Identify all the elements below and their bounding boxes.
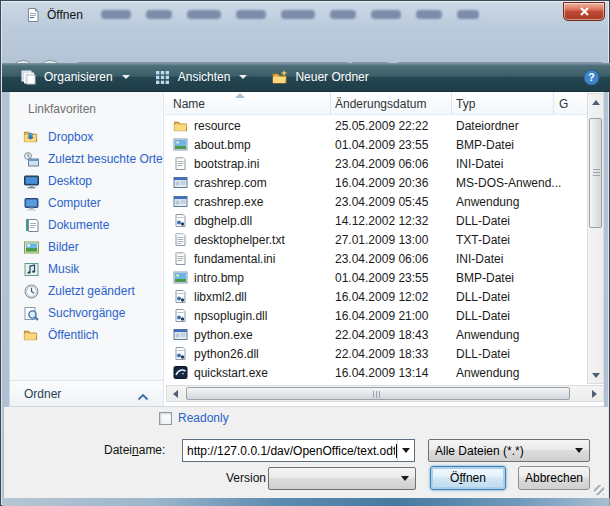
- close-button[interactable]: [563, 2, 605, 21]
- filename-input[interactable]: http://127.0.0.1/dav/OpenOffice/text.odt: [182, 439, 415, 462]
- sidebar-item-icon: [23, 327, 40, 344]
- organize-button[interactable]: Organisieren: [12, 66, 138, 89]
- file-row[interactable]: desktophelper.txt 27.01.2009 13:00 TXT-D…: [165, 230, 586, 249]
- file-type: Anwendung: [456, 195, 519, 209]
- chevron-down-icon: [402, 448, 410, 453]
- sidebar-item[interactable]: Dokumente: [10, 214, 163, 236]
- views-icon: [154, 69, 171, 86]
- help-button[interactable]: ?: [583, 69, 600, 86]
- file-row[interactable]: fundamental.ini 23.04.2009 06:06 INI-Dat…: [165, 249, 586, 268]
- column-type[interactable]: Typ: [456, 97, 475, 111]
- sort-ascending-icon: [235, 93, 245, 98]
- open-button[interactable]: Öffnen: [430, 466, 506, 490]
- sidebar-item[interactable]: Dropbox: [10, 126, 163, 148]
- sidebar-list: Dropbox Zuletzt besuchte Orte Desktop: [10, 126, 163, 346]
- favorites-sidebar: Linkfavoriten Dropbox Zuletzt besuchte O…: [10, 92, 164, 406]
- vertical-scroll-thumb[interactable]: [589, 118, 602, 228]
- file-row[interactable]: python26.dll 22.04.2009 18:33 DLL-Datei: [165, 344, 586, 363]
- file-type-icon: [173, 156, 188, 171]
- file-type-icon: [173, 194, 188, 209]
- scroll-right-icon[interactable]: [592, 390, 597, 398]
- filetype-select[interactable]: Alle Dateien (*.*): [428, 439, 590, 462]
- sidebar-item[interactable]: Zuletzt besuchte Orte: [10, 148, 163, 170]
- file-rows: resource 25.05.2009 22:22 Dateiordner ab…: [165, 116, 586, 382]
- file-type-icon: [173, 365, 188, 380]
- glass-frame-bottom: [2, 498, 610, 506]
- version-label: Version: [226, 471, 266, 485]
- column-date[interactable]: Änderungsdatum: [335, 97, 426, 111]
- file-row[interactable]: python.exe 22.04.2009 18:43 Anwendung: [165, 325, 586, 344]
- chevron-up-icon: [137, 390, 149, 398]
- sidebar-item[interactable]: Computer: [10, 192, 163, 214]
- title-bar[interactable]: Öffnen: [1, 1, 609, 29]
- file-type-icon: [173, 327, 188, 342]
- file-row[interactable]: crashrep.com 16.04.2009 20:36 MS-DOS-Anw…: [165, 173, 586, 192]
- resize-grip[interactable]: [594, 485, 604, 495]
- sidebar-item-label: Zuletzt geändert: [48, 284, 135, 298]
- column-name[interactable]: Name: [173, 97, 205, 111]
- scroll-up-icon[interactable]: [592, 100, 600, 105]
- file-row[interactable]: quickstart.exe 16.04.2009 13:14 Anwendun…: [165, 363, 586, 382]
- file-row[interactable]: libxml2.dll 16.04.2009 12:02 DLL-Datei: [165, 287, 586, 306]
- file-date: 14.12.2002 12:32: [335, 214, 428, 228]
- file-type-icon: [173, 308, 188, 323]
- sidebar-item-icon: [23, 173, 40, 190]
- column-size[interactable]: G: [559, 97, 568, 111]
- readonly-checkbox[interactable]: [159, 412, 172, 425]
- scroll-left-icon[interactable]: [173, 390, 178, 398]
- file-date: 23.04.2009 06:06: [335, 157, 428, 171]
- cancel-button[interactable]: Abbrechen: [518, 466, 590, 490]
- vertical-scrollbar[interactable]: [587, 93, 604, 384]
- file-date: 16.04.2009 12:02: [335, 290, 428, 304]
- sidebar-item[interactable]: Öffentlich: [10, 324, 163, 346]
- file-row[interactable]: resource 25.05.2009 22:22 Dateiordner: [165, 116, 586, 135]
- sidebar-item[interactable]: Suchvorgänge: [10, 302, 163, 324]
- file-row[interactable]: intro.bmp 01.04.2009 23:55 BMP-Datei: [165, 268, 586, 287]
- svg-text:?: ?: [588, 71, 594, 83]
- file-date: 16.04.2009 13:14: [335, 366, 428, 380]
- file-date: 27.01.2009 13:00: [335, 233, 428, 247]
- sidebar-item[interactable]: Bilder: [10, 236, 163, 258]
- file-row[interactable]: dbghelp.dll 14.12.2002 12:32 DLL-Datei: [165, 211, 586, 230]
- file-date: 23.04.2009 05:45: [335, 195, 428, 209]
- file-name: npsoplugin.dll: [194, 309, 267, 323]
- file-type: DLL-Datei: [456, 309, 510, 323]
- version-select[interactable]: [268, 467, 416, 490]
- sidebar-item[interactable]: Zuletzt geändert: [10, 280, 163, 302]
- sidebar-item-icon: [23, 129, 40, 146]
- chevron-down-icon: [575, 448, 583, 453]
- sidebar-item[interactable]: Desktop: [10, 170, 163, 192]
- file-name: desktophelper.txt: [194, 233, 285, 247]
- sidebar-item-label: Bilder: [48, 240, 79, 254]
- file-type-icon: [173, 118, 188, 133]
- file-row[interactable]: crashrep.exe 23.04.2009 05:45 Anwendung: [165, 192, 586, 211]
- file-row[interactable]: bootstrap.ini 23.04.2009 06:06 INI-Datei: [165, 154, 586, 173]
- file-date: 22.04.2009 18:33: [335, 347, 428, 361]
- file-row[interactable]: about.bmp 01.04.2009 23:55 BMP-Datei: [165, 135, 586, 154]
- folders-expander[interactable]: Ordner: [10, 380, 163, 406]
- file-date: 23.04.2009 06:06: [335, 252, 428, 266]
- chevron-down-icon: [122, 75, 130, 79]
- views-button[interactable]: Ansichten: [146, 66, 256, 89]
- file-type-icon: [173, 213, 188, 228]
- horizontal-scroll-thumb[interactable]: [186, 387, 570, 400]
- new-folder-button[interactable]: Neuer Ordner: [263, 66, 376, 89]
- file-date: 01.04.2009 23:55: [335, 271, 428, 285]
- sidebar-item-icon: [23, 283, 40, 300]
- scroll-down-icon[interactable]: [592, 373, 600, 378]
- sidebar-item-label: Musik: [48, 262, 79, 276]
- file-type-icon: [173, 251, 188, 266]
- readonly-row: Readonly: [159, 411, 229, 425]
- file-row[interactable]: npsoplugin.dll 16.04.2009 21:00 DLL-Date…: [165, 306, 586, 325]
- close-icon: [579, 6, 590, 17]
- filetype-value: Alle Dateien (*.*): [435, 444, 524, 458]
- file-name: python.exe: [194, 328, 253, 342]
- horizontal-scrollbar[interactable]: [166, 385, 604, 402]
- file-type: Anwendung: [456, 366, 519, 380]
- file-type-icon: [173, 175, 188, 190]
- sidebar-item[interactable]: Musik: [10, 258, 163, 280]
- sidebar-header: Linkfavoriten: [28, 102, 96, 116]
- filename-dropdown-button[interactable]: [397, 440, 414, 461]
- list-header: Name Änderungsdatum Typ G: [165, 92, 604, 115]
- sidebar-item-icon: [23, 217, 40, 234]
